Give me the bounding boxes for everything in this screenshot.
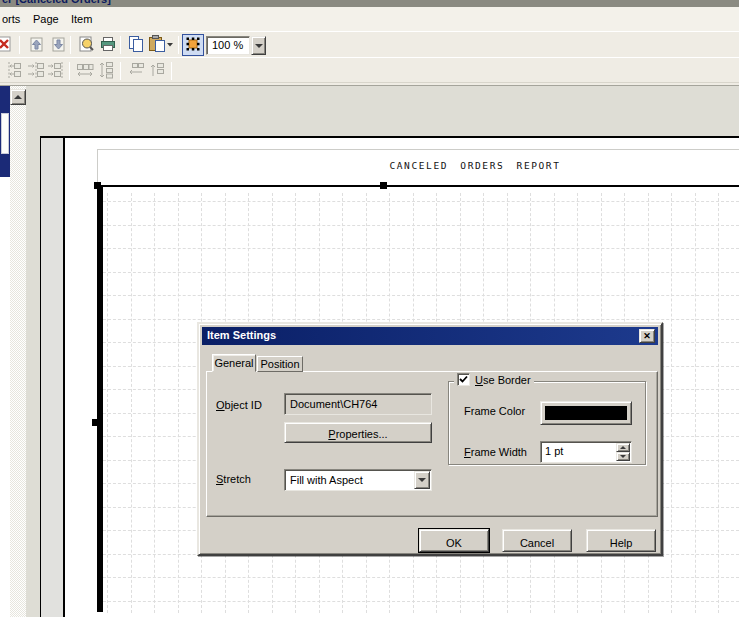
align-toolbar: [0, 57, 739, 83]
horizontal-line-item[interactable]: [95, 185, 739, 187]
toolbar-separator: [120, 36, 121, 54]
stretch-value: Fill with Aspect: [290, 474, 363, 486]
main-toolbar: 100 %: [0, 31, 739, 57]
use-border-header: Use Border: [454, 373, 534, 386]
selection-handle[interactable]: [380, 182, 387, 189]
same-width-button[interactable]: [74, 60, 96, 82]
print-preview-button[interactable]: [75, 34, 97, 56]
page-thumbnail[interactable]: [1, 113, 9, 154]
close-report-icon: [0, 34, 14, 56]
make-same-height-icon: [97, 60, 117, 82]
margin-guide-vertical: [97, 149, 98, 186]
window-title: er [Canceled Orders]: [2, 0, 111, 5]
copy-button[interactable]: [125, 34, 147, 56]
nav-up-button[interactable]: [25, 34, 47, 56]
nav-up-icon: [26, 34, 46, 56]
report-title-text[interactable]: CANCELED ORDERS REPORT: [355, 160, 595, 171]
vertical-line-item[interactable]: [97, 185, 103, 612]
dialog-close-button[interactable]: ✕: [639, 329, 655, 343]
spin-down-button[interactable]: [616, 452, 630, 461]
object-id-field[interactable]: Document\CH764: [284, 393, 432, 415]
toolbar-separator: [19, 36, 20, 54]
same-height-button[interactable]: [96, 60, 118, 82]
spin-up-button[interactable]: [616, 443, 630, 452]
space-down-button[interactable]: [146, 60, 168, 82]
use-border-checkbox[interactable]: [457, 373, 470, 386]
frame-color-swatch: [545, 406, 627, 420]
align-right-button[interactable]: [45, 60, 67, 82]
close-report-button[interactable]: [0, 34, 15, 56]
page-thumbnail-panel: [0, 86, 10, 177]
nav-down-icon: [48, 34, 68, 56]
scroll-up-button[interactable]: [10, 89, 26, 105]
item-frame-toggle-icon: [183, 34, 203, 56]
tab-general[interactable]: General: [212, 354, 256, 372]
print-button[interactable]: [97, 34, 119, 56]
selection-handle[interactable]: [92, 419, 99, 426]
object-id-label: Object ID: [216, 399, 262, 411]
zoom-dropdown-button[interactable]: [251, 36, 266, 55]
toolbar-separator: [120, 62, 121, 80]
align-left-button[interactable]: [4, 60, 26, 82]
chevron-down-icon: [255, 44, 263, 48]
align-left-icon: [5, 60, 25, 82]
align-right-icon: [46, 60, 66, 82]
close-icon: ✕: [643, 331, 651, 341]
menu-page[interactable]: Page: [28, 11, 64, 27]
frame-width-input[interactable]: 1 pt: [540, 441, 632, 463]
paste-icon: [147, 34, 175, 56]
paste-button[interactable]: [147, 34, 175, 56]
nav-down-button[interactable]: [47, 34, 69, 56]
copy-icon: [126, 34, 146, 56]
align-center-icon: [26, 60, 46, 82]
ok-button[interactable]: OK: [419, 529, 489, 552]
panel-background: [0, 177, 10, 617]
selection-handle[interactable]: [94, 182, 101, 189]
frame-width-value: 1 pt: [545, 445, 563, 457]
margin-guide-horizontal: [97, 149, 739, 150]
use-border-group: Frame Color Frame Width 1 pt: [448, 381, 646, 465]
space-across-icon: [126, 60, 146, 82]
toolbar-separator: [171, 62, 172, 80]
menu-reports[interactable]: orts: [0, 11, 25, 27]
item-frame-toggle-button[interactable]: [182, 34, 204, 56]
general-tab-panel: Object ID Document\CH764 Properties... S…: [206, 371, 658, 517]
vertical-scrollbar[interactable]: [10, 86, 26, 617]
align-center-button[interactable]: [25, 60, 47, 82]
menu-bar: orts Page Item: [0, 7, 739, 31]
zoom-level-input[interactable]: 100 %: [206, 36, 250, 55]
menu-item[interactable]: Item: [66, 11, 97, 27]
help-button[interactable]: Help: [586, 529, 656, 552]
properties-button[interactable]: Properties...: [284, 422, 432, 443]
toolbar-separator: [70, 36, 71, 54]
page-margin-strip: [41, 138, 63, 617]
chevron-up-icon: [620, 446, 626, 449]
toolbar-separator: [69, 62, 70, 80]
app-window: er [Canceled Orders] orts Page Item: [0, 0, 739, 617]
space-across-button[interactable]: [125, 60, 147, 82]
frame-width-spinner: [616, 443, 630, 461]
stretch-dropdown-button[interactable]: [414, 471, 430, 489]
use-border-label: Use Border: [475, 374, 531, 386]
make-same-width-icon: [75, 60, 95, 82]
chevron-down-icon: [620, 455, 626, 458]
cancel-button[interactable]: Cancel: [502, 529, 572, 552]
dialog-title: Item Settings: [207, 329, 276, 341]
print-icon: [98, 34, 118, 56]
stretch-label: Stretch: [216, 473, 251, 485]
frame-color-button[interactable]: [540, 401, 632, 425]
window-titlebar: er [Canceled Orders]: [0, 0, 739, 7]
print-preview-icon: [76, 34, 96, 56]
space-down-icon: [147, 60, 167, 82]
stretch-select[interactable]: Fill with Aspect: [284, 469, 432, 491]
chevron-down-icon: [418, 478, 426, 482]
chevron-up-icon: [14, 95, 22, 99]
item-settings-dialog: Item Settings ✕ General Position Object …: [197, 322, 663, 556]
dialog-titlebar[interactable]: Item Settings ✕: [202, 327, 658, 345]
toolbar-separator: [178, 36, 179, 54]
tab-position[interactable]: Position: [257, 356, 303, 372]
frame-width-label: Frame Width: [464, 446, 527, 458]
frame-color-label: Frame Color: [464, 405, 525, 417]
